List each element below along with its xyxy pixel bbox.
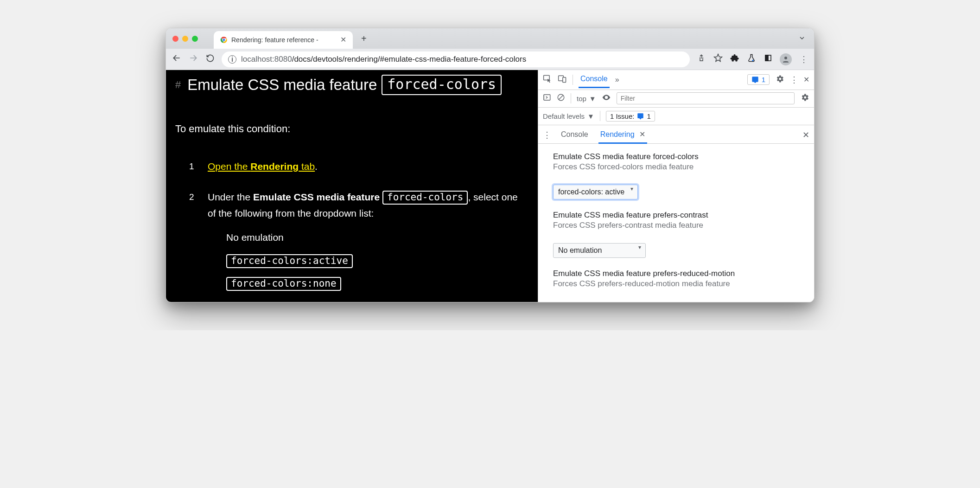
labs-flask-icon[interactable] — [746, 53, 757, 65]
devtools-menu-icon[interactable]: ⋮ — [790, 75, 798, 85]
drawer-close-icon[interactable]: ✕ — [802, 130, 809, 140]
console-sidebar-toggle-icon[interactable] — [543, 93, 551, 103]
rendering-drawer-body: Emulate CSS media feature forced-colors … — [538, 144, 814, 302]
svg-point-1 — [223, 39, 225, 41]
option-no-emulation: No emulation — [226, 229, 524, 246]
live-expression-eye-icon[interactable] — [602, 93, 611, 104]
clear-console-icon[interactable] — [557, 93, 565, 103]
browser-tab[interactable]: Rendering: feature reference - ✕ — [214, 31, 353, 49]
url-text: localhost:8080/docs/devtools/rendering/#… — [241, 55, 526, 64]
browser-window: Rendering: feature reference - ✕ + i loc… — [165, 28, 815, 302]
svg-rect-8 — [765, 55, 768, 61]
anchor-hash-icon[interactable]: # — [175, 79, 181, 91]
feature-desc: Forces CSS forced-colors media feature — [553, 162, 806, 172]
devtools-panel: Console » 1 ⋮ ✕ — [538, 70, 814, 302]
drawer-tab-close-icon[interactable]: ✕ — [639, 130, 645, 138]
step-1: Open the Rendering tab. — [208, 158, 524, 175]
page-content: # Emulate CSS media feature forced-color… — [166, 70, 538, 302]
window-maximize-button[interactable] — [192, 36, 198, 42]
feature-desc: Forces CSS prefers-contrast media featur… — [553, 221, 806, 230]
feature-title: Emulate CSS media feature prefers-reduce… — [553, 269, 806, 278]
extensions-puzzle-icon[interactable] — [730, 53, 740, 65]
tab-title: Rendering: feature reference - — [231, 36, 318, 44]
svg-point-6 — [752, 60, 753, 61]
feature-title: Emulate CSS media feature forced-colors — [553, 152, 806, 161]
devtools-main-toolbar: Console » 1 ⋮ ✕ — [538, 70, 814, 90]
svg-point-17 — [605, 96, 607, 98]
window-minimize-button[interactable] — [182, 36, 188, 42]
options-list: No emulation forced-colors:active forced… — [226, 229, 524, 292]
step-2: Under the Emulate CSS media feature forc… — [208, 189, 524, 292]
profile-avatar-button[interactable] — [780, 53, 792, 65]
console-filter-input[interactable] — [617, 92, 795, 104]
svg-rect-10 — [544, 75, 550, 80]
tab-overflow-button[interactable] — [798, 34, 808, 43]
feature-forced-colors: Emulate CSS media feature forced-colors … — [553, 152, 806, 199]
window-close-button[interactable] — [172, 36, 178, 42]
device-toolbar-icon[interactable] — [558, 74, 567, 85]
titlebar: Rendering: feature reference - ✕ + — [166, 28, 814, 49]
inspect-element-icon[interactable] — [543, 74, 552, 85]
execution-context-selector[interactable]: top▼ — [577, 95, 596, 103]
page-heading: # Emulate CSS media feature forced-color… — [175, 75, 524, 95]
chrome-favicon-icon — [220, 36, 228, 44]
browser-toolbar: i localhost:8080/docs/devtools/rendering… — [166, 49, 814, 70]
feature-prefers-contrast: Emulate CSS media feature prefers-contra… — [553, 211, 806, 258]
share-icon[interactable] — [696, 54, 706, 64]
devtools-close-icon[interactable]: ✕ — [803, 75, 809, 84]
feature-title: Emulate CSS media feature prefers-contra… — [553, 211, 806, 220]
browser-menu-button[interactable]: ⋮ — [798, 54, 808, 64]
feature-desc: Forces CSS prefers-reduced-motion media … — [553, 279, 806, 289]
log-levels-selector[interactable]: Default levels▼ — [543, 112, 594, 120]
option-forced-colors-none: forced-colors:none — [226, 277, 341, 291]
devtools-tab-console[interactable]: Console — [579, 72, 610, 88]
svg-point-9 — [784, 57, 787, 59]
devtools-tabs-overflow-icon[interactable]: » — [615, 76, 619, 84]
address-bar[interactable]: i localhost:8080/docs/devtools/rendering… — [222, 51, 690, 67]
site-info-icon[interactable]: i — [228, 55, 236, 64]
tab-close-button[interactable]: ✕ — [340, 36, 346, 44]
forced-colors-select[interactable]: forced-colors: active — [553, 178, 638, 199]
console-subtoolbar: Default levels▼ 1 Issue: 1 — [538, 108, 814, 125]
svg-marker-5 — [714, 54, 722, 62]
drawer-tab-rendering[interactable]: Rendering ✕ — [598, 127, 647, 144]
heading-code: forced-colors — [382, 75, 502, 95]
content-area: # Emulate CSS media feature forced-color… — [166, 70, 814, 302]
bookmark-star-icon[interactable] — [713, 53, 723, 65]
drawer-menu-icon[interactable]: ⋮ — [543, 130, 551, 140]
reload-button[interactable] — [205, 54, 215, 65]
option-forced-colors-active: forced-colors:active — [226, 254, 353, 268]
back-button[interactable] — [172, 53, 182, 65]
prefers-contrast-select[interactable]: No emulation — [553, 237, 646, 258]
issues-badge[interactable]: 1 — [747, 74, 770, 85]
steps-list: Open the Rendering tab. Under the Emulat… — [175, 158, 524, 292]
feature-prefers-reduced-motion: Emulate CSS media feature prefers-reduce… — [553, 269, 806, 289]
reading-list-icon[interactable] — [763, 54, 773, 64]
step2-code: forced-colors — [382, 191, 468, 205]
svg-line-16 — [559, 96, 563, 100]
drawer-tabstrip: ⋮ Console Rendering ✕ ✕ — [538, 125, 814, 144]
console-toolbar: top▼ — [538, 90, 814, 108]
drawer-tab-console[interactable]: Console — [559, 128, 590, 142]
console-settings-icon[interactable] — [800, 93, 809, 104]
heading-text: Emulate CSS media feature — [187, 76, 377, 94]
svg-rect-12 — [563, 77, 566, 82]
open-rendering-link[interactable]: Open the Rendering tab — [208, 161, 315, 172]
devtools-settings-icon[interactable] — [775, 74, 784, 85]
new-tab-button[interactable]: + — [361, 33, 367, 44]
issues-count[interactable]: 1 Issue: 1 — [606, 111, 655, 122]
step2-strong: Emulate CSS media feature — [253, 192, 380, 202]
intro-text: To emulate this condition: — [175, 123, 524, 135]
traffic-lights — [172, 36, 198, 42]
forward-button[interactable] — [188, 53, 198, 65]
